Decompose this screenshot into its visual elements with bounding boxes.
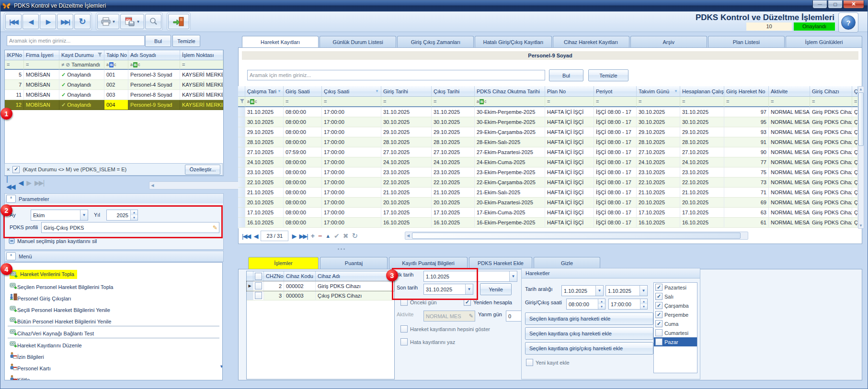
weekday-item[interactable]: Pazartesi bbox=[654, 283, 697, 292]
column-header[interactable]: Çıkış Tarihi bbox=[432, 86, 475, 97]
tab-cihaz-hareket-kay-tlar-[interactable]: Cihaz Hareket Kayıtları bbox=[553, 36, 629, 47]
pager-previous-button[interactable]: ◀ bbox=[19, 179, 23, 187]
column-header[interactable]: Aktivite bbox=[769, 86, 810, 97]
collapse-parameters-icon[interactable]: ⌃⌃ bbox=[6, 195, 16, 203]
new-record-checkbox[interactable] bbox=[526, 359, 533, 366]
column-header[interactable]: Takip No bbox=[104, 50, 128, 60]
filter-cell[interactable]: aBc bbox=[245, 97, 284, 107]
tab-ar-iv[interactable]: Arşiv bbox=[630, 36, 707, 47]
menu-item[interactable]: Kilitle bbox=[5, 373, 222, 380]
column-header[interactable]: Çıkış Saati▼ bbox=[322, 86, 381, 97]
bottom-tab-i-lemler[interactable]: İşlemler bbox=[248, 257, 319, 269]
movement-row[interactable]: 29.10.202508:00:0017:00:0029.10.202529.1… bbox=[238, 127, 858, 137]
personnel-row[interactable]: 11MOBİSAN✓Onaylandı003Personel-8 SoyadKA… bbox=[5, 90, 223, 100]
grid-previous-button[interactable]: ◀ bbox=[253, 233, 257, 240]
weekday-item[interactable]: Cumartesi bbox=[654, 328, 697, 337]
filter-cell[interactable]: = bbox=[322, 97, 381, 107]
column-header[interactable]: Giriş Tarihi bbox=[381, 86, 432, 97]
spinner-arrows-icon[interactable]: ▲▼ bbox=[130, 210, 137, 220]
help-button[interactable]: ? bbox=[838, 12, 858, 33]
weekday-checkbox[interactable] bbox=[655, 338, 662, 345]
main-vertical-scrollbar[interactable]: ▲ ▼ bbox=[858, 86, 864, 229]
refresh-dates-button[interactable]: Yenile bbox=[480, 283, 512, 295]
last-date-combobox[interactable]: 31.10.2025 ▼ bbox=[423, 284, 473, 295]
column-header[interactable]: Periyot bbox=[594, 86, 637, 97]
filter-cell[interactable]: = bbox=[545, 97, 594, 107]
recalculate-checkbox[interactable] bbox=[464, 299, 471, 306]
minimize-button[interactable]: — bbox=[812, 0, 827, 9]
collapse-menu-icon[interactable]: ⌃⌃ bbox=[6, 252, 16, 260]
chevron-down-icon[interactable]: ▼ bbox=[640, 286, 647, 296]
weekday-checkbox[interactable] bbox=[655, 302, 662, 309]
movement-row[interactable]: 17.10.202508:00:0017:00:0017.10.202517.1… bbox=[238, 208, 858, 218]
chevron-down-icon[interactable]: ▼ bbox=[595, 286, 603, 296]
edit-pencil-icon[interactable]: ✎ bbox=[468, 313, 475, 319]
main-find-button[interactable]: Bul bbox=[549, 69, 583, 81]
grid-first-button[interactable]: |◀◀ bbox=[242, 233, 250, 240]
select-all-header[interactable] bbox=[253, 271, 264, 281]
column-header[interactable]: İşlem Noktası bbox=[180, 50, 223, 60]
grid-last-button[interactable]: ▶▶| bbox=[299, 233, 307, 240]
menu-item[interactable]: Hareket Verilerini Topla bbox=[5, 268, 222, 280]
tab-i-lem-g-nl-kleri[interactable]: İşlem Günlükleri bbox=[786, 36, 862, 47]
movement-row[interactable]: 20.10.202508:00:0017:00:0020.10.202520.1… bbox=[238, 198, 858, 208]
range-to-combobox[interactable]: 1.10.2025 ▼ bbox=[605, 285, 648, 296]
tab-giri-k-zamanlar-[interactable]: Giriş Çıkış Zamanları bbox=[397, 36, 474, 47]
left-find-button[interactable]: Bul bbox=[145, 35, 171, 47]
grid-refresh-button[interactable]: ↻ bbox=[352, 232, 358, 240]
write-errors-checkbox[interactable] bbox=[400, 338, 408, 345]
column-header[interactable]: Cihaz Kodu bbox=[284, 271, 316, 281]
column-header[interactable]: Giriş Cihazı bbox=[810, 86, 852, 97]
pager-last-button[interactable]: ▶▶| bbox=[34, 179, 44, 187]
previous-day-option[interactable]: Önceki gün bbox=[400, 299, 437, 306]
tab-g-nl-k-durum-listesi[interactable]: Günlük Durum Listesi bbox=[320, 36, 396, 47]
movement-row[interactable]: 27.10.202507:59:0017:00:0027.10.202527.1… bbox=[238, 147, 858, 157]
time-in-spinner[interactable]: 08:00:00 ▲▼ bbox=[566, 299, 605, 310]
movement-row[interactable]: 31.10.202508:00:0017:00:0031.10.202531.1… bbox=[238, 107, 858, 117]
manual-delete-option[interactable]: Manuel seçilmiş plan kayıtlarını sil bbox=[9, 238, 97, 244]
remove-filter-icon[interactable]: × bbox=[7, 167, 10, 172]
month-combobox[interactable]: Ekim ▼ bbox=[31, 210, 88, 221]
tab-hatal-giri-k-kay-tlar-[interactable]: Hatalı Giriş/Çıkış Kayıtları bbox=[475, 36, 551, 47]
filter-cell[interactable]: = bbox=[594, 97, 637, 107]
customize-filter-button[interactable]: Özelleştir... bbox=[185, 165, 220, 175]
tab-hareket-kay-tlar-[interactable]: Hareket Kayıtları bbox=[242, 36, 319, 47]
next-record-button[interactable]: ▶ bbox=[40, 14, 56, 29]
device-row[interactable]: 3000003Çıkış PDKS Cihazı bbox=[247, 291, 394, 300]
column-header[interactable]: Ç bbox=[852, 86, 858, 97]
add-entry-movement-button[interactable]: Seçilen kayıtlara giriş hareketi ekle bbox=[525, 312, 653, 325]
weekday-checkbox[interactable] bbox=[655, 320, 662, 327]
movement-row[interactable]: 30.10.202508:00:0017:00:0030.10.202530.1… bbox=[238, 117, 858, 127]
time-out-spinner[interactable]: 17:00:00 ▲▼ bbox=[608, 299, 648, 310]
column-header[interactable]: Çalışma Tari▼ bbox=[245, 86, 284, 97]
grid-delete-button[interactable]: − bbox=[318, 232, 322, 240]
filter-cell[interactable]: = bbox=[381, 97, 432, 107]
menu-item[interactable]: Hareket Kayıtlarını Düzenle bbox=[5, 338, 222, 350]
pdks-profile-field[interactable]: Giriş-Çıkış PDKS ✎ bbox=[41, 222, 219, 233]
weekday-item[interactable]: Pazar bbox=[654, 337, 697, 346]
weekday-checkbox[interactable] bbox=[655, 329, 662, 336]
column-header[interactable]: Adı Soyadı bbox=[128, 50, 180, 60]
filter-cell[interactable]: = bbox=[5, 60, 24, 70]
chevron-down-icon[interactable]: ▼ bbox=[80, 210, 88, 220]
column-header[interactable]: Hesaplanan Çalışm bbox=[680, 86, 724, 97]
filter-cell[interactable]: = bbox=[432, 97, 475, 107]
bottom-tab-gizle[interactable]: Gizle bbox=[534, 257, 600, 269]
filter-cell[interactable]: ≠⊘Tamamlandı bbox=[59, 60, 104, 70]
grid-next-button[interactable]: ▶ bbox=[292, 233, 296, 240]
column-header[interactable]: Plan No bbox=[545, 86, 594, 97]
column-header[interactable]: CHZNo bbox=[264, 271, 284, 281]
device-row-checkbox[interactable] bbox=[255, 282, 262, 289]
range-from-combobox[interactable]: 1.10.2025 ▼ bbox=[561, 285, 604, 296]
device-row-checkbox[interactable] bbox=[255, 292, 262, 299]
grid-cancel-button[interactable]: ✖ bbox=[343, 232, 349, 240]
device-row[interactable]: ▶2000002Giriş PDKS Cihazı bbox=[247, 281, 394, 291]
recalculate-option[interactable]: Yeniden hesapla bbox=[464, 299, 512, 306]
pdf-export-button[interactable]: PDF ▼ bbox=[120, 14, 144, 29]
pager-first-button[interactable]: |◀◀ bbox=[6, 175, 15, 190]
grid-add-button[interactable]: + bbox=[311, 232, 315, 240]
splitter-handle[interactable] bbox=[338, 247, 352, 251]
write-errors-option[interactable]: Hata kayıtlarını yaz bbox=[400, 338, 455, 345]
filter-cell[interactable]: = bbox=[724, 97, 769, 107]
left-clear-button[interactable]: Temizle bbox=[172, 35, 200, 47]
